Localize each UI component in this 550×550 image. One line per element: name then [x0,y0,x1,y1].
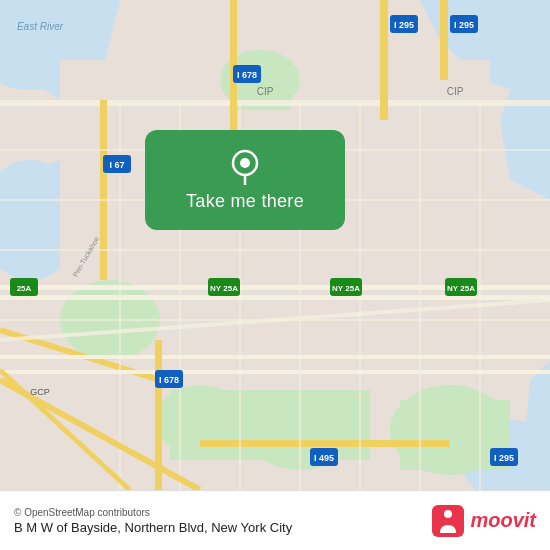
svg-rect-27 [0,355,550,359]
svg-rect-29 [200,440,450,447]
svg-rect-15 [170,390,370,460]
svg-text:I 67: I 67 [109,160,124,170]
moovit-logo: moovit [432,505,536,537]
svg-text:East River: East River [17,21,64,32]
moovit-icon [432,505,464,537]
svg-text:NY 25A: NY 25A [447,284,475,293]
svg-text:I 678: I 678 [237,70,257,80]
svg-text:I 295: I 295 [454,20,474,30]
svg-rect-20 [440,0,448,80]
bottom-bar: © OpenStreetMap contributors B M W of Ba… [0,490,550,550]
svg-rect-22 [100,100,107,280]
svg-text:I 295: I 295 [394,20,414,30]
moovit-text: moovit [470,509,536,532]
location-info: © OpenStreetMap contributors B M W of Ba… [14,507,292,535]
svg-text:I 678: I 678 [159,375,179,385]
location-label: B M W of Bayside, Northern Blvd, New Yor… [14,520,292,535]
svg-text:NY 25A: NY 25A [210,284,238,293]
svg-point-75 [444,510,452,518]
svg-text:NY 25A: NY 25A [332,284,360,293]
svg-rect-19 [380,0,388,120]
map-view: I 295 I 295 I 678 I 67 CIP CIP NY 25A NY… [0,0,550,490]
svg-text:GCP: GCP [30,387,50,397]
take-me-there-label: Take me there [186,191,304,212]
svg-point-72 [240,158,250,168]
map-svg: I 295 I 295 I 678 I 67 CIP CIP NY 25A NY… [0,0,550,490]
svg-text:CIP: CIP [257,86,274,97]
location-pin-icon [227,149,263,185]
svg-rect-28 [0,370,550,374]
attribution-text: © OpenStreetMap contributors [14,507,292,518]
svg-text:CIP: CIP [447,86,464,97]
svg-text:25A: 25A [17,284,32,293]
svg-text:I 495: I 495 [314,453,334,463]
svg-rect-18 [0,100,550,106]
svg-text:I 295: I 295 [494,453,514,463]
take-me-there-button[interactable]: Take me there [145,130,345,230]
